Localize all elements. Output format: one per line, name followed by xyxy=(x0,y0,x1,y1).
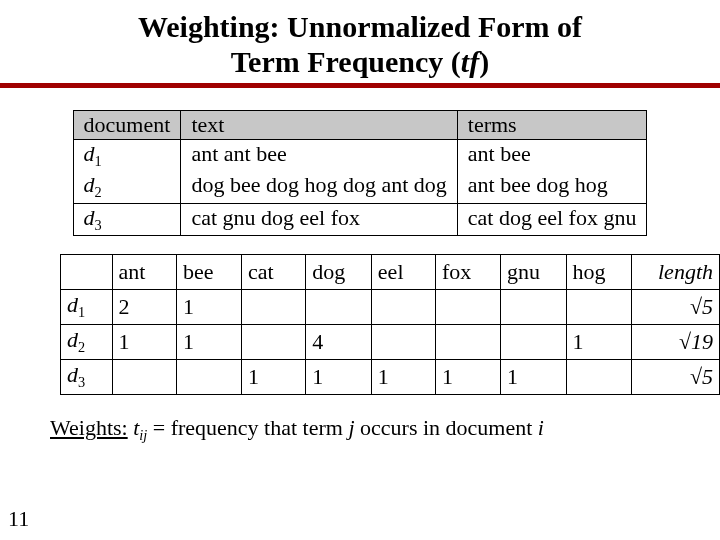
title-block: Weighting: Unnormalized Form of Term Fre… xyxy=(0,0,720,88)
doc-cell-terms3: cat dog eel fox gnu xyxy=(457,203,647,235)
doc-cell-text1: ant ant bee xyxy=(181,140,457,172)
doc-cell-terms1: ant bee xyxy=(457,140,647,172)
tf-d1-d: d xyxy=(67,292,78,317)
doc-header-document: document xyxy=(73,111,181,140)
tf-corner xyxy=(61,254,113,289)
tf-col-dog: dog xyxy=(306,254,372,289)
tf-row-d1: d1 2 1 √5 xyxy=(61,289,720,324)
weights-label: Weights: xyxy=(50,415,128,440)
tf-col-fox: fox xyxy=(435,254,500,289)
tf-d3-dog: 1 xyxy=(306,359,372,394)
tf-d3-eel: 1 xyxy=(371,359,435,394)
tf-d3-gnu: 1 xyxy=(500,359,566,394)
tf-col-cat: cat xyxy=(242,254,306,289)
tf-d3-d: d xyxy=(67,362,78,387)
weights-i: i xyxy=(538,415,544,440)
page-number: 11 xyxy=(8,506,29,532)
weights-rest2: occurs in document xyxy=(355,415,538,440)
doc3-d: d xyxy=(84,205,95,230)
tf-d3-ant xyxy=(112,359,176,394)
weights-rest1: = frequency that term xyxy=(147,415,348,440)
title-close: ) xyxy=(479,45,489,78)
title-line2a: Term Frequency ( xyxy=(231,45,461,78)
doc-cell-d2: d2 xyxy=(73,171,181,203)
tf-d2-d: d xyxy=(67,327,78,352)
doc3-sub: 3 xyxy=(95,217,102,233)
documents-table: document text terms d1 ant ant bee ant b… xyxy=(73,110,648,236)
tf-d3-cat: 1 xyxy=(242,359,306,394)
doc1-sub: 1 xyxy=(95,153,102,169)
title-underline xyxy=(0,83,720,88)
tf-d1-bee: 1 xyxy=(176,289,241,324)
tf-d1-fox xyxy=(435,289,500,324)
doc-header-terms: terms xyxy=(457,111,647,140)
tf-d1-cat xyxy=(242,289,306,324)
tf-d1-hog xyxy=(566,289,632,324)
doc-cell-d3: d3 xyxy=(73,203,181,235)
weights-definition: Weights: tij = frequency that term j occ… xyxy=(50,415,720,444)
doc-cell-terms2: ant bee dog hog xyxy=(457,171,647,203)
tf-d1-sub: 1 xyxy=(78,304,85,320)
doc-cell-text2: dog bee dog hog dog ant dog xyxy=(181,171,457,203)
tf-d2-cat xyxy=(242,324,306,359)
doc-cell-text3: cat gnu dog eel fox xyxy=(181,203,457,235)
tf-col-bee: bee xyxy=(176,254,241,289)
tf-d2-sub: 2 xyxy=(78,339,85,355)
tf-col-hog: hog xyxy=(566,254,632,289)
tf-d3-sub: 3 xyxy=(78,374,85,390)
tf-d1-ant: 2 xyxy=(112,289,176,324)
doc2-sub: 2 xyxy=(95,185,102,201)
tf-d3-fox: 1 xyxy=(435,359,500,394)
tf-d2-dog: 4 xyxy=(306,324,372,359)
tf-d1-dog xyxy=(306,289,372,324)
tf-col-gnu: gnu xyxy=(500,254,566,289)
slide-title: Weighting: Unnormalized Form of Term Fre… xyxy=(0,10,720,79)
tf-col-eel: eel xyxy=(371,254,435,289)
tf-d2-gnu xyxy=(500,324,566,359)
doc2-d: d xyxy=(84,172,95,197)
tf-d2-hog: 1 xyxy=(566,324,632,359)
tf-d2-len: √19 xyxy=(632,324,720,359)
tf-d2-fox xyxy=(435,324,500,359)
tf-d1-eel xyxy=(371,289,435,324)
title-line1: Weighting: Unnormalized Form of xyxy=(138,10,582,43)
doc-cell-d1: d1 xyxy=(73,140,181,172)
doc-header-text: text xyxy=(181,111,457,140)
tf-col-length: length xyxy=(632,254,720,289)
tf-d1-gnu xyxy=(500,289,566,324)
tf-d2-bee: 1 xyxy=(176,324,241,359)
tf-d3-hog xyxy=(566,359,632,394)
tf-d2-eel xyxy=(371,324,435,359)
slide: Weighting: Unnormalized Form of Term Fre… xyxy=(0,0,720,540)
tf-row-d2: d2 1 1 4 1 √19 xyxy=(61,324,720,359)
tf-col-ant: ant xyxy=(112,254,176,289)
title-tf: tf xyxy=(461,45,479,78)
tf-d1-len: √5 xyxy=(632,289,720,324)
tf-d3-len: √5 xyxy=(632,359,720,394)
tf-d2-ant: 1 xyxy=(112,324,176,359)
doc1-d: d xyxy=(84,141,95,166)
tf-d3-bee xyxy=(176,359,241,394)
tf-matrix-table: ant bee cat dog eel fox gnu hog length d… xyxy=(60,254,720,395)
tf-row-d3: d3 1 1 1 1 1 √5 xyxy=(61,359,720,394)
